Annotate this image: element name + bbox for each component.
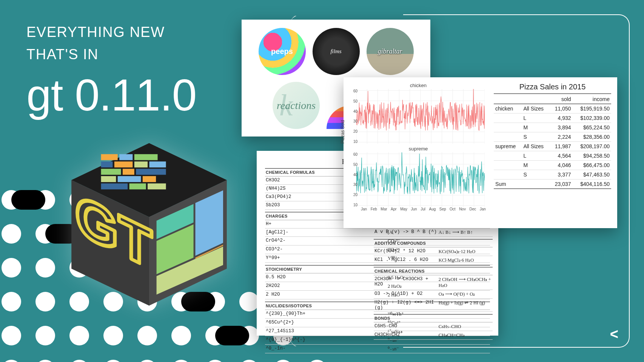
svg-point-14 [35,292,55,311]
dataset-reactions: reactions [273,82,320,129]
table-row: S2,224$28,356.00 [494,132,611,142]
svg-rect-57 [101,176,116,182]
dataset-label: reactions [277,100,316,112]
dataset-gibraltar: gibraltar [367,28,414,75]
chem-row: ^0_-1n-⁰₋₁n⁻ [265,345,490,353]
svg-rect-59 [143,176,156,182]
svg-point-4 [35,224,55,244]
chart-title-supreme: supreme [348,146,488,152]
chem-row: O3 -> O(^1D) + O2O₃ ⟶ O(¹D) + O₂ [374,290,493,299]
svg-point-34 [137,360,157,362]
svg-point-37 [239,360,259,362]
chem-row: CH3CH=CH2CH₃CH=CH₂ [374,331,493,340]
svg-rect-54 [101,169,121,175]
svg-point-28 [239,326,259,345]
sales-table: soldincome chickenAll Sizes11,050$195,91… [494,95,611,189]
chem-row: C6H5-CHOC₆H₅–CHO [374,322,493,331]
table-row: supremeAll Sizes11,987$208,197.00 [494,142,611,151]
svg-rect-51 [114,161,133,167]
svg-rect-53 [149,161,166,167]
chem-row: A v B (v) -> B ^ B (^)A↓ B↓ ⟶ B↑ B↑ [374,228,493,237]
dataset-peeps: peeps [259,28,306,75]
svg-point-20 [239,292,259,311]
svg-rect-58 [118,176,141,182]
svg-point-21 [2,326,21,345]
line-chart-chicken [356,89,485,144]
sales-title: Pizza Sales in 2015 [494,83,611,94]
svg-rect-60 [101,183,128,189]
svg-point-25 [137,326,157,345]
dataset-label: gibraltar [377,48,402,55]
headline-version: gt 0.11.0 [26,69,196,121]
svg-point-30 [2,360,21,362]
table-row: S3,377$47,463.50 [494,170,611,179]
svg-point-24 [103,326,123,345]
table-row: M4,046$66,475.00 [494,161,611,170]
table-row: L4,932$102,339.00 [494,114,611,123]
svg-point-8 [35,258,55,278]
chem-row: H2(g) + I2(g) <=> 2HI (g)H₂(g) + I₂(g) ⇌… [374,299,493,312]
chem-row: KCr(SO4)2 * 12 H2OKCr(SO₄)₂·12 H₂O [374,247,493,256]
svg-rect-49 [134,154,158,160]
svg-point-27 [205,326,225,345]
svg-point-38 [273,360,293,362]
dataset-label: peeps [271,47,293,56]
table-sum-row: Sum23,037$404,116.50 [494,179,611,189]
svg-point-36 [205,360,225,362]
svg-point-35 [171,360,191,362]
svg-rect-52 [134,161,148,167]
chart-title-chicken: chicken [348,83,488,88]
svg-point-39 [307,360,327,362]
table-row: M3,894$65,224.50 [494,123,611,132]
svg-rect-61 [129,183,146,189]
chevron-left-icon[interactable]: < [610,326,618,342]
chem-row: 2CH3OH -> CH3OCH3 + H2O2 CH₃OH ⟶ CH₃OCH₃… [374,275,493,290]
gt-cube-logo: GT [57,132,242,317]
svg-point-33 [103,360,123,362]
headline: EVERYTHING NEW THAT'S IN gt 0.11.0 [26,21,196,121]
dataset-films: films [313,28,360,75]
headline-line2: THAT'S IN [26,43,196,66]
svg-rect-56 [136,169,166,175]
svg-point-1 [35,190,55,210]
svg-rect-55 [123,169,134,175]
svg-point-22 [35,326,55,345]
svg-point-3 [2,224,21,244]
svg-point-26 [171,326,191,345]
svg-point-0 [2,190,21,210]
svg-point-23 [69,326,89,345]
svg-point-13 [2,292,21,311]
svg-point-7 [2,258,21,278]
y-axis-label: Pizzas Sold [340,120,345,144]
chem-row: KCl . MgCl2 . 6 H2OKCl·MgCl₂·6 H₂O [374,256,493,265]
table-row: L4,564$94,258.50 [494,151,611,161]
svg-rect-40 [11,190,45,210]
line-chart-supreme [356,152,485,207]
chem-section-addition: ADDITION COMPOUNDS [374,239,493,247]
svg-rect-44 [215,326,249,345]
svg-rect-62 [148,183,166,189]
chem-section-reactions: CHEMICAL REACTIONS [374,267,493,275]
headline-line1: EVERYTHING NEW [26,21,196,43]
x-axis-ticks: JanFebMarAprMayJunJulAugSepOctNovDecJan [361,207,488,211]
table-row: chickenAll Sizes11,050$195,919.50 [494,104,611,114]
svg-point-32 [69,360,89,362]
charts-pane: Pizzas Sold chicken 605040302010 supreme… [344,77,491,228]
svg-point-31 [35,360,55,362]
svg-rect-48 [119,154,132,160]
pizza-sales-card: Pizzas Sold chicken 605040302010 supreme… [344,77,617,228]
svg-rect-47 [101,154,118,160]
svg-rect-50 [101,161,113,167]
dataset-label: films [330,48,341,55]
chem-section-bonds: BONDS [374,314,493,322]
